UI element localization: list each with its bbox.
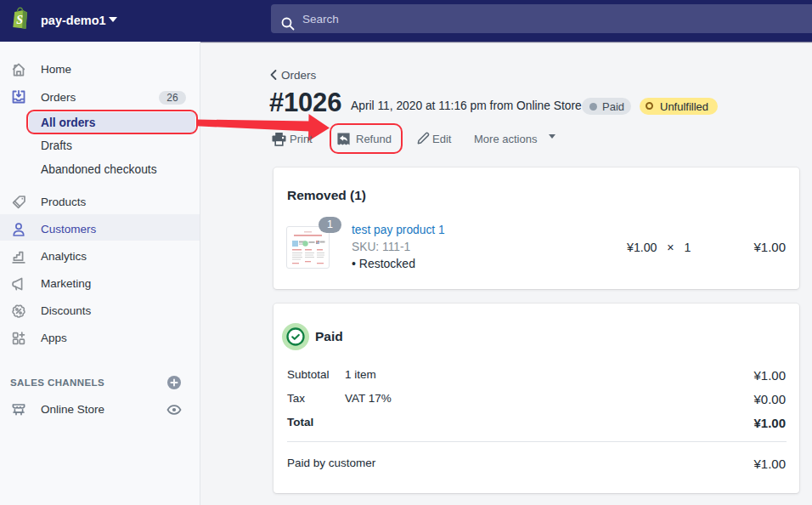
svg-text:S: S bbox=[16, 14, 23, 26]
